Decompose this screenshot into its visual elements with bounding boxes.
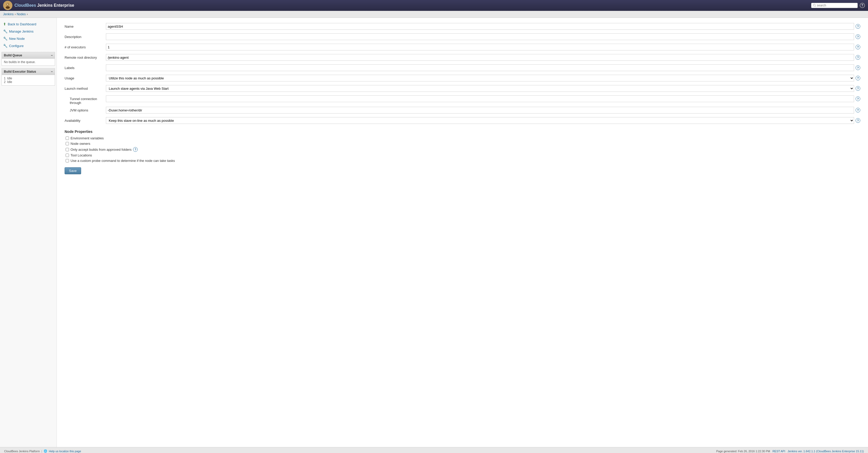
availability-help[interactable]: ?: [856, 118, 860, 123]
sidebar: ⬆ Back to Dashboard 🔧 Manage Jenkins 🔧 N…: [0, 18, 57, 447]
tunnel-help[interactable]: ?: [856, 96, 860, 101]
custom-probe-label: Use a custom probe command to determine …: [70, 159, 175, 163]
remote-root-input[interactable]: [106, 54, 854, 61]
usage-row: Usage Utilize this node as much as possi…: [65, 75, 860, 83]
tool-locations-checkbox[interactable]: [66, 153, 69, 157]
build-queue-section: Build Queue − No builds in the queue.: [2, 52, 55, 66]
sidebar-item-back-to-dashboard[interactable]: ⬆ Back to Dashboard: [0, 21, 57, 28]
search-input[interactable]: [817, 4, 856, 7]
page-generated: Page generated: Feb 26, 2016 1:22:30 PM: [716, 450, 770, 453]
rest-api-link[interactable]: REST API: [772, 450, 785, 453]
build-executor-content: 1 Idle 2 Idle: [2, 75, 55, 85]
labels-input[interactable]: [106, 64, 854, 71]
svg-line-6: [815, 6, 816, 7]
build-executor-collapse[interactable]: −: [51, 70, 53, 74]
name-input[interactable]: [106, 23, 854, 30]
build-queue-content: No builds in the queue.: [2, 59, 55, 65]
approved-folders-checkbox[interactable]: [66, 148, 69, 151]
header: CloudBees Jenkins Enterprise ?: [0, 0, 868, 11]
name-row: Name ?: [65, 23, 860, 31]
tunnel-field: ?: [106, 95, 860, 102]
executor-row-2: 2 Idle: [4, 80, 53, 84]
jenkins-ver-link[interactable]: Jenkins ver. 1.642.1.1 (CloudBees Jenkin…: [788, 450, 864, 453]
name-help[interactable]: ?: [856, 24, 860, 29]
breadcrumb-jenkins[interactable]: Jenkins: [3, 12, 14, 16]
save-button[interactable]: Save: [65, 167, 81, 174]
configure-icon: 🔧: [3, 44, 7, 48]
launch-help[interactable]: ?: [856, 86, 860, 91]
new-node-icon: 🔧: [3, 36, 7, 40]
search-box[interactable]: [811, 3, 858, 8]
sidebar-item-configure[interactable]: 🔧 Configure: [0, 42, 57, 49]
description-label: Description: [65, 33, 106, 39]
jvm-field: ?: [106, 107, 860, 114]
content: Name ? Description ? # of executors ? Re…: [57, 18, 868, 447]
breadcrumb: Jenkins › Nodes ›: [0, 11, 868, 18]
localize-icon: 🌐: [44, 449, 47, 453]
jvm-help[interactable]: ?: [856, 108, 860, 112]
header-right: ?: [811, 3, 865, 8]
jvm-input[interactable]: [106, 107, 854, 114]
remote-root-label: Remote root directory: [65, 54, 106, 59]
remote-root-field: ?: [106, 54, 860, 61]
usage-label: Usage: [65, 75, 106, 80]
header-help-icon[interactable]: ?: [860, 3, 865, 8]
build-executor-header: Build Executor Status −: [2, 68, 55, 75]
env-vars-label: Environment variables: [70, 136, 104, 140]
localize-link[interactable]: Help us localize this page: [49, 450, 81, 453]
availability-row: Availability Keep this slave on-line as …: [65, 117, 860, 125]
labels-help[interactable]: ?: [856, 65, 860, 70]
breadcrumb-nodes[interactable]: Nodes: [17, 12, 26, 16]
footer-right: Page generated: Feb 26, 2016 1:22:30 PM …: [716, 450, 864, 453]
executor-row-1: 1 Idle: [4, 77, 53, 80]
svg-point-4: [7, 4, 8, 5]
footer-sep: |: [41, 450, 42, 453]
footer: CloudBees Jenkins Platform | 🌐 Help us l…: [0, 447, 868, 453]
custom-probe-checkbox[interactable]: [66, 159, 69, 162]
node-properties-title: Node Properties: [65, 130, 860, 134]
logo: [3, 1, 12, 10]
breadcrumb-sep1: ›: [15, 12, 16, 16]
usage-select[interactable]: Utilize this node as much as possible On…: [106, 75, 854, 81]
approved-folders-help[interactable]: ?: [133, 147, 138, 152]
node-owners-checkbox[interactable]: [66, 142, 69, 145]
tunnel-label: Tunnel connection through: [65, 95, 106, 105]
back-icon: ⬆: [3, 22, 6, 26]
sidebar-item-manage-jenkins[interactable]: 🔧 Manage Jenkins: [0, 28, 57, 35]
manage-icon: 🔧: [3, 29, 7, 33]
build-queue-collapse[interactable]: −: [51, 54, 53, 57]
executors-field: ?: [106, 44, 860, 50]
usage-help[interactable]: ?: [856, 76, 860, 80]
description-help[interactable]: ?: [856, 34, 860, 39]
env-vars-checkbox[interactable]: [66, 137, 69, 140]
executors-label: # of executors: [65, 44, 106, 49]
svg-point-2: [6, 6, 10, 9]
sidebar-item-label: New Node: [9, 37, 25, 40]
remote-root-row: Remote root directory ?: [65, 54, 860, 62]
name-label: Name: [65, 23, 106, 28]
usage-field: Utilize this node as much as possible On…: [106, 75, 860, 81]
sidebar-item-new-node[interactable]: 🔧 New Node: [0, 35, 57, 42]
description-input[interactable]: [106, 33, 854, 40]
launch-label: Launch method: [65, 85, 106, 90]
main-layout: ⬆ Back to Dashboard 🔧 Manage Jenkins 🔧 N…: [0, 18, 868, 447]
description-row: Description ?: [65, 33, 860, 41]
tunnel-row: Tunnel connection through ?: [65, 95, 860, 105]
labels-label: Labels: [65, 64, 106, 70]
checkbox-approved-folders: Only accept builds from approved folders…: [66, 147, 860, 152]
platform-name: CloudBees Jenkins Platform: [4, 450, 40, 453]
labels-field: ?: [106, 64, 860, 71]
remote-root-help[interactable]: ?: [856, 55, 860, 60]
executors-help[interactable]: ?: [856, 45, 860, 49]
sidebar-item-label: Manage Jenkins: [9, 29, 34, 33]
executors-input[interactable]: [106, 44, 854, 50]
description-field: ?: [106, 33, 860, 40]
launch-select[interactable]: Launch slave agents via Java Web Start L…: [106, 85, 854, 92]
build-queue-header: Build Queue −: [2, 52, 55, 59]
availability-select[interactable]: Keep this slave on-line as much as possi…: [106, 117, 854, 124]
executors-row: # of executors ?: [65, 44, 860, 52]
header-left: CloudBees Jenkins Enterprise: [3, 1, 74, 10]
labels-row: Labels ?: [65, 64, 860, 73]
tunnel-input[interactable]: [106, 95, 854, 102]
availability-field: Keep this slave on-line as much as possi…: [106, 117, 860, 124]
